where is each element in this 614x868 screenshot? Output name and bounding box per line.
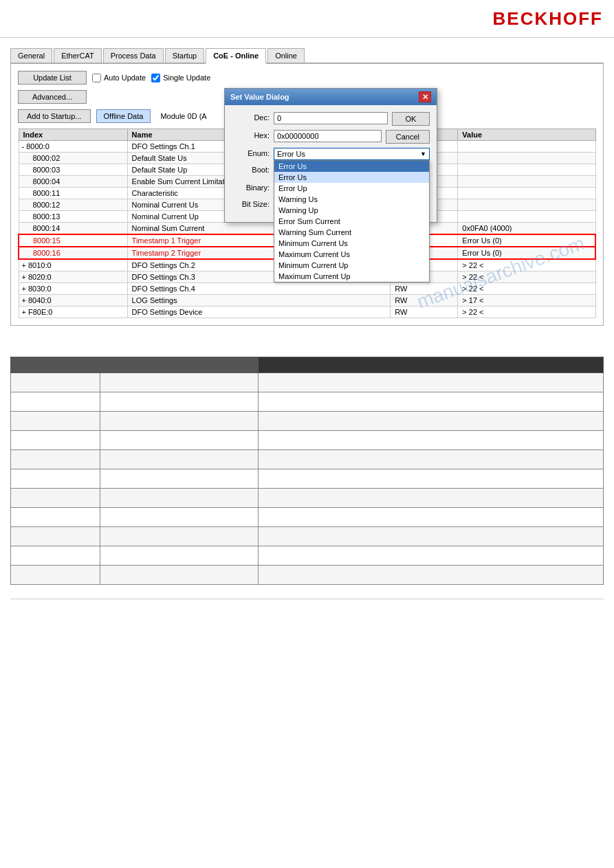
add-to-startup-button[interactable]: Add to Startup... <box>18 109 91 123</box>
enum-selected-value: Error Us <box>277 150 305 158</box>
second-table-row <box>11 489 604 508</box>
auto-update-label: Auto Update <box>92 74 146 82</box>
tab-process-data[interactable]: Process Data <box>103 48 164 63</box>
cell-index: 8000:12 <box>19 199 127 211</box>
module-text: Module 0D (A <box>160 112 206 120</box>
cell <box>11 469 100 489</box>
tab-startup[interactable]: Startup <box>165 48 204 63</box>
cancel-button[interactable]: Cancel <box>386 130 430 144</box>
col-index: Index <box>19 129 127 141</box>
second-table-row <box>11 450 604 469</box>
cell-value: Error Us (0) <box>458 234 595 247</box>
coe-panel: Update List Auto Update Single Update Ad… <box>10 64 604 326</box>
enum-option-maximum-current-us[interactable]: Maximum Current Us <box>274 249 429 260</box>
dialog-dec-row: Dec: OK <box>232 112 430 126</box>
set-value-dialog: Set Value Dialog ✕ Dec: OK Hex: Cancel <box>224 88 437 223</box>
cell-value: Error Us (0) <box>458 247 595 259</box>
cell <box>259 469 604 489</box>
cell <box>11 566 100 585</box>
cell-value <box>458 164 595 176</box>
enum-option-warning-sum-current[interactable]: Warning Sum Current <box>274 227 429 238</box>
cell <box>259 546 604 566</box>
second-table-row <box>11 566 604 585</box>
enum-option-error-us-2[interactable]: Error Us <box>274 172 429 183</box>
cell-index: + 8010:0 <box>19 259 127 271</box>
cell <box>11 489 100 508</box>
tab-general[interactable]: General <box>10 48 52 63</box>
cell-flags: RW <box>391 295 458 307</box>
enum-option-minimum-current-up[interactable]: Minimum Current Up <box>274 260 429 271</box>
offline-data-button[interactable]: Offline Data <box>96 109 151 123</box>
hex-input[interactable] <box>274 130 382 142</box>
cell-index: 8000:11 <box>19 188 127 199</box>
second-table-row <box>11 508 604 527</box>
enum-option-warning-up[interactable]: Warning Up <box>274 205 429 216</box>
table-row[interactable]: + 8040:0 LOG Settings RW > 17 < <box>19 295 595 307</box>
cell-value <box>458 211 595 223</box>
auto-update-checkbox[interactable] <box>92 74 101 82</box>
second-col-2 <box>100 357 259 373</box>
enum-option-maximum-current-up[interactable]: Maximum Current Up <box>274 271 429 282</box>
enum-option-error-up[interactable]: Error Up <box>274 183 429 194</box>
enum-option-minimum-current-us[interactable]: Minimum Current Us <box>274 238 429 249</box>
hex-label: Hex: <box>232 130 270 140</box>
advanced-button[interactable]: Advanced... <box>18 90 87 104</box>
cell-index: 8000:16 <box>19 247 127 259</box>
cell-name: LOG Settings <box>127 295 391 307</box>
enum-option-error-sum-current[interactable]: Error Sum Current <box>274 216 429 227</box>
enum-dropdown-list: Error Us Error Us Error Up Warning Us Wa… <box>274 160 430 282</box>
cell-index: 8000:15 <box>19 234 127 247</box>
cell-value: > 17 < <box>458 295 595 307</box>
ok-button[interactable]: OK <box>392 112 430 126</box>
single-update-checkbox[interactable] <box>151 74 160 82</box>
binary-label: Binary: <box>232 182 270 192</box>
cell <box>11 373 100 392</box>
cell-value <box>458 153 595 164</box>
dialog-enum-row: Enum: Error Us ▼ Error Us Error Us Error… <box>232 148 430 160</box>
dec-label: Dec: <box>232 112 270 122</box>
second-col-1 <box>11 357 100 373</box>
cell <box>11 546 100 566</box>
cell-flags: RW <box>391 307 458 318</box>
cell-name: DFO Settings Ch.4 <box>127 283 391 295</box>
enum-label: Enum: <box>232 148 270 157</box>
enum-dropdown-container[interactable]: Error Us ▼ Error Us Error Us Error Up Wa… <box>274 148 430 160</box>
cell <box>259 373 604 392</box>
update-list-button[interactable]: Update List <box>18 71 87 85</box>
dec-input[interactable] <box>274 112 388 124</box>
cell-index: 8000:13 <box>19 211 127 223</box>
cell <box>100 527 259 546</box>
cell <box>11 450 100 469</box>
dialog-close-button[interactable]: ✕ <box>419 91 431 102</box>
cell-value <box>458 176 595 188</box>
cell <box>100 412 259 431</box>
cell <box>100 431 259 450</box>
cell <box>11 527 100 546</box>
dialog-hex-row: Hex: Cancel <box>232 130 430 144</box>
enum-select-display[interactable]: Error Us ▼ <box>274 148 430 160</box>
cell <box>11 508 100 527</box>
second-section <box>0 357 614 585</box>
cell-index: + F80E:0 <box>19 307 127 318</box>
second-table-row <box>11 373 604 392</box>
tab-coe-online[interactable]: CoE - Online <box>206 48 266 64</box>
cell <box>259 566 604 585</box>
enum-option-error-us[interactable]: Error Us <box>274 161 429 172</box>
cell <box>11 431 100 450</box>
cell <box>259 450 604 469</box>
cell-value: > 22 < <box>458 259 595 271</box>
cell-index: + 8030:0 <box>19 283 127 295</box>
table-row[interactable]: + 8030:0 DFO Settings Ch.4 RW > 22 < <box>19 283 595 295</box>
cell-value: > 22 < <box>458 271 595 283</box>
enum-option-warning-us[interactable]: Warning Us <box>274 194 429 205</box>
cell <box>11 392 100 412</box>
dialog-title-bar: Set Value Dialog ✕ <box>225 89 437 105</box>
tab-online[interactable]: Online <box>267 48 305 63</box>
cell-value: > 22 < <box>458 283 595 295</box>
table-row[interactable]: + F80E:0 DFO Settings Device RW > 22 < <box>19 307 595 318</box>
cell <box>100 392 259 412</box>
tab-ethercat[interactable]: EtherCAT <box>54 48 101 63</box>
cell-index: + 8020:0 <box>19 271 127 283</box>
second-table-row <box>11 527 604 546</box>
cell <box>100 489 259 508</box>
